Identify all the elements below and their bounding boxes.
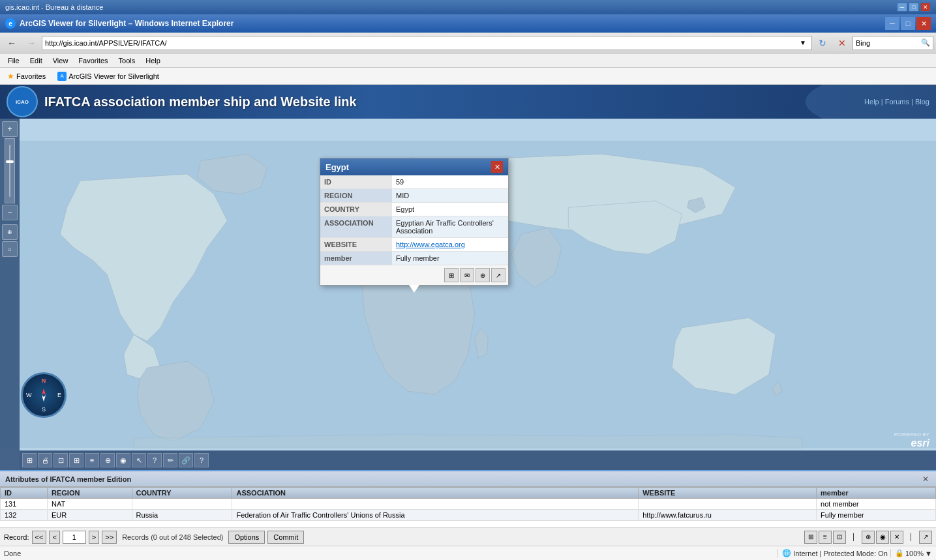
map-eye-btn[interactable]: ◉ xyxy=(116,453,130,467)
options-btn[interactable]: Options xyxy=(228,531,265,544)
map-grid-btn[interactable]: ⊞ xyxy=(69,453,83,467)
rdp-maximize-btn[interactable]: □ xyxy=(909,3,919,12)
row1-region: NAT xyxy=(48,499,132,510)
home-btn[interactable]: ⌂ xyxy=(2,241,18,257)
attr-table: ID REGION COUNTRY ASSOCIATION WEBSITE me… xyxy=(0,487,936,521)
status-zone: 🌐 Internet | Protected Mode: On xyxy=(777,549,888,557)
popup-grid-btn[interactable]: ⊞ xyxy=(444,268,459,282)
map-cursor-btn[interactable]: ↖ xyxy=(132,453,146,467)
zoom-dropdown-icon[interactable]: ▼ xyxy=(925,550,932,557)
zoom-in-btn[interactable]: + xyxy=(2,121,18,137)
popup-export-btn[interactable]: ↗ xyxy=(491,268,506,282)
zoom-slider[interactable] xyxy=(5,138,15,203)
attr-select-btn[interactable]: ◉ xyxy=(876,531,889,544)
row1-member: not member xyxy=(817,499,936,510)
address-dropdown-btn[interactable]: ▼ xyxy=(797,37,809,49)
popup-link-btn[interactable]: ⊕ xyxy=(476,268,490,282)
rdp-titlebar: gis.icao.int - Bureau à distance ─ □ ✕ xyxy=(0,0,936,14)
map-link-btn[interactable]: 🔗 xyxy=(179,453,193,467)
ie-maximize-btn[interactable]: □ xyxy=(901,17,915,30)
app-header: ICAO IFATCA association member ship and … xyxy=(0,85,936,119)
svg-marker-2 xyxy=(42,395,46,402)
record-number-input[interactable] xyxy=(63,531,86,544)
table-row: 131 NAT not member xyxy=(1,499,936,510)
attr-table-icon-btn[interactable]: ≡ xyxy=(819,531,832,544)
popup-row-website: WEBSITE http://www.egatca.org xyxy=(320,238,508,252)
app-title: IFATCA association member ship and Websi… xyxy=(44,95,357,110)
ie-logo-icon: e xyxy=(5,18,16,29)
row2-country: Russia xyxy=(132,510,232,521)
map-tools-panel: + − ⊕ ⌂ xyxy=(0,119,20,470)
refresh-btn[interactable]: ↻ xyxy=(813,35,832,52)
forward-btn[interactable]: → xyxy=(22,35,40,52)
last-record-btn[interactable]: >> xyxy=(102,531,117,544)
map-measure-btn[interactable]: ⊕ xyxy=(100,453,115,467)
records-info: Records (0 out of 248 Selected) xyxy=(122,533,223,541)
url-text: http://gis.icao.int/APPSILVER/IFATCA/ xyxy=(45,39,797,47)
map-print-btn[interactable]: 🖨 xyxy=(38,453,52,467)
popup-label-country: COUNTRY xyxy=(320,203,392,216)
ie-minimize-btn[interactable]: ─ xyxy=(885,17,899,30)
first-record-btn[interactable]: << xyxy=(32,531,47,544)
next-record-btn[interactable]: > xyxy=(89,531,99,544)
rdp-minimize-btn[interactable]: ─ xyxy=(897,3,907,12)
popup-mail-btn[interactable]: ✉ xyxy=(460,268,474,282)
header-links: Help | Forums | Blog xyxy=(864,98,929,106)
attr-col-icon-btn[interactable]: ⊡ xyxy=(833,531,846,544)
attr-close-btn[interactable]: ✕ xyxy=(920,474,931,484)
zoom-out-btn[interactable]: − xyxy=(2,205,18,220)
map-popup: Egypt ✕ ID 59 REGION MID xyxy=(320,158,509,286)
map-help-btn[interactable]: ? xyxy=(194,453,209,467)
forums-link[interactable]: Forums xyxy=(885,98,909,106)
popup-body: ID 59 REGION MID COUNTRY Egypt xyxy=(320,175,508,265)
prev-record-btn[interactable]: < xyxy=(49,531,59,544)
rdp-close-btn[interactable]: ✕ xyxy=(920,3,931,12)
menu-favorites[interactable]: Favorites xyxy=(73,55,113,66)
map-select-btn[interactable]: ⊡ xyxy=(53,453,68,467)
svg-marker-1 xyxy=(42,389,46,395)
menu-tools[interactable]: Tools xyxy=(113,55,141,66)
blog-link[interactable]: Blog xyxy=(915,98,929,106)
map-table-btn[interactable]: ≡ xyxy=(85,453,99,467)
compass-west: W xyxy=(26,392,32,398)
popup-row-association: ASSOCIATION Egyptian Air Traffic Control… xyxy=(320,216,508,238)
arcgis-fav-item[interactable]: A ArcGIS Viewer for Silverlight xyxy=(53,70,164,83)
commit-btn[interactable]: Commit xyxy=(267,531,304,544)
menu-view[interactable]: View xyxy=(48,55,74,66)
full-extent-btn[interactable]: ⊕ xyxy=(2,224,18,240)
ie-statusbar: Done 🌐 Internet | Protected Mode: On 🔒 1… xyxy=(0,546,936,560)
col-member: member xyxy=(817,488,936,499)
map-query-btn[interactable]: ? xyxy=(147,453,162,467)
favorites-star-btn[interactable]: ★ Favorites xyxy=(3,70,50,83)
attr-footer: Record: << < > >> Records (0 out of 248 … xyxy=(0,527,936,546)
attr-export-btn[interactable]: ↗ xyxy=(919,531,932,544)
menu-help[interactable]: Help xyxy=(140,55,166,66)
website-link[interactable]: http://www.egatca.org xyxy=(396,241,465,248)
stop-btn[interactable]: ✕ xyxy=(833,35,851,52)
menu-edit[interactable]: Edit xyxy=(25,55,48,66)
record-label: Record: xyxy=(4,533,29,541)
search-input[interactable] xyxy=(853,39,918,47)
ie-close-btn[interactable]: ✕ xyxy=(916,17,931,30)
popup-row-id: ID 59 xyxy=(320,175,508,189)
attributes-panel: Attributes of IFATCA member Edition ✕ ID… xyxy=(0,470,936,546)
menu-file[interactable]: File xyxy=(3,55,25,66)
row1-association xyxy=(232,499,639,510)
map-area[interactable]: + − ⊕ ⌂ N S E W xyxy=(0,119,936,470)
arcgis-fav-icon: A xyxy=(57,72,67,81)
popup-close-btn[interactable]: ✕ xyxy=(491,161,503,173)
map-edit-btn[interactable]: ✏ xyxy=(163,453,177,467)
popup-tail xyxy=(409,285,419,293)
popup-label-website: WEBSITE xyxy=(320,238,392,251)
row2-website: http://www.fatcurus.ru xyxy=(639,510,817,521)
back-btn[interactable]: ← xyxy=(3,35,21,52)
help-link[interactable]: Help xyxy=(864,98,879,106)
popup-value-id: 59 xyxy=(392,175,508,188)
col-region: REGION xyxy=(48,488,132,499)
search-btn[interactable]: 🔍 xyxy=(918,38,933,47)
attr-clear-btn[interactable]: ✕ xyxy=(890,531,903,544)
attr-footer-right: ⊞ ≡ ⊡ │ ⊕ ◉ ✕ │ ↗ xyxy=(804,531,932,544)
attr-grid-icon-btn[interactable]: ⊞ xyxy=(804,531,817,544)
map-layers-btn[interactable]: ⊞ xyxy=(22,453,37,467)
attr-filter-btn[interactable]: ⊕ xyxy=(862,531,875,544)
